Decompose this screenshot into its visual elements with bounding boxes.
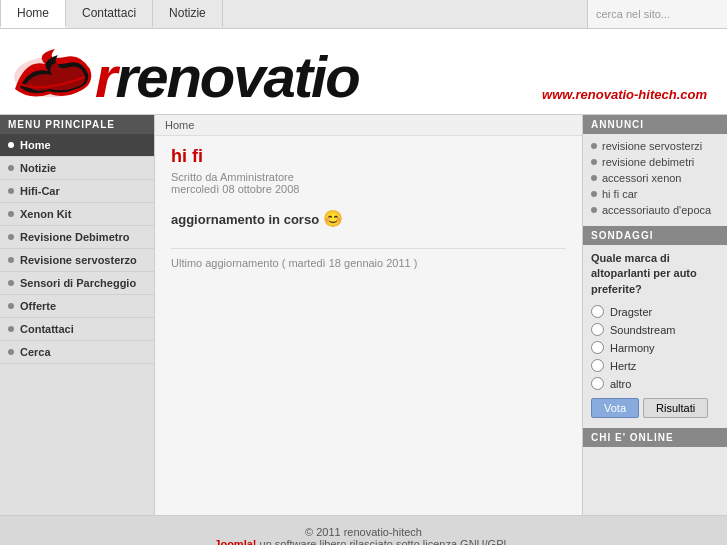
annunci-dot-1 xyxy=(591,159,597,165)
sondaggi-section: Quale marca di altoparlanti per auto pre… xyxy=(583,245,727,424)
sidebar-label-sensori-parcheggio: Sensori di Parcheggio xyxy=(20,277,136,289)
annunci-header: ANNUNCI xyxy=(583,115,727,134)
logo-main-text: renovatio xyxy=(116,44,359,109)
breadcrumb: Home xyxy=(155,115,582,136)
annunci-text-4: accessoriauto d'epoca xyxy=(602,204,711,216)
sidebar-label-cerca: Cerca xyxy=(20,346,51,358)
sidebar-dot-sensori-parcheggio xyxy=(8,280,14,286)
sondaggi-option-soundstream[interactable]: Soundstream xyxy=(591,323,719,336)
header: rrenovatio www.renovatio-hitech.com xyxy=(0,29,727,115)
article-meta: Scritto da Amministratore mercoledì 08 o… xyxy=(171,171,566,195)
sidebar-label-xenon-kit: Xenon Kit xyxy=(20,208,71,220)
footer: © 2011 renovatio-hitech Joomla! un softw… xyxy=(0,515,727,545)
logo-text: rrenovatio xyxy=(95,48,359,106)
footer-copyright: © 2011 renovatio-hitech xyxy=(0,526,727,538)
sondaggi-label-dragster: Dragster xyxy=(610,306,652,318)
annunci-dot-0 xyxy=(591,143,597,149)
sidebar-dot-xenon-kit xyxy=(8,211,14,217)
footer-joomla-suffix: un software libero rilasciato sotto lice… xyxy=(257,538,513,545)
sondaggi-label-altro: altro xyxy=(610,378,631,390)
annunci-item-4[interactable]: accessoriauto d'epoca xyxy=(591,204,719,216)
vote-buttons: Vota Risultati xyxy=(591,398,719,418)
sidebar-dot-hifi-car xyxy=(8,188,14,194)
sidebar-dot-offerte xyxy=(8,303,14,309)
sidebar-dot-notizie xyxy=(8,165,14,171)
sidebar-label-offerte: Offerte xyxy=(20,300,56,312)
article-title: hi fi xyxy=(171,146,566,167)
annunci-dot-4 xyxy=(591,207,597,213)
article-meta-author: Scritto da Amministratore xyxy=(171,171,566,183)
joomla-link[interactable]: Joomla! xyxy=(214,538,256,545)
logo-text-area: rrenovatio xyxy=(95,48,359,106)
logo-url-area: www.renovatio-hitech.com xyxy=(542,85,707,114)
radio-dragster[interactable] xyxy=(591,305,604,318)
sidebar-label-notizie: Notizie xyxy=(20,162,56,174)
annunci-text-1: revisione debimetri xyxy=(602,156,694,168)
sidebar-dot-contattaci xyxy=(8,326,14,332)
annunci-item-1[interactable]: revisione debimetri xyxy=(591,156,719,168)
sidebar-item-sensori-parcheggio[interactable]: Sensori di Parcheggio xyxy=(0,272,154,295)
sidebar-label-hifi-car: Hifi-Car xyxy=(20,185,60,197)
sidebar: MENU PRINCIPALE Home Notizie Hifi-Car Xe… xyxy=(0,115,155,515)
vote-button[interactable]: Vota xyxy=(591,398,639,418)
radio-harmony[interactable] xyxy=(591,341,604,354)
nav-tab-notizie[interactable]: Notizie xyxy=(153,0,223,28)
logo-url: www.renovatio-hitech.com xyxy=(542,87,707,102)
sidebar-item-hifi-car[interactable]: Hifi-Car xyxy=(0,180,154,203)
annunci-item-3[interactable]: hi fi car xyxy=(591,188,719,200)
radio-hertz[interactable] xyxy=(591,359,604,372)
sidebar-item-home[interactable]: Home xyxy=(0,134,154,157)
sidebar-label-revisione-debimetro: Revisione Debimetro xyxy=(20,231,129,243)
sidebar-item-notizie[interactable]: Notizie xyxy=(0,157,154,180)
last-update: Ultimo aggiornamento ( martedì 18 gennai… xyxy=(171,248,566,269)
right-sidebar: ANNUNCI revisione servosterzi revisione … xyxy=(582,115,727,515)
sondaggi-header: SONDAGGI xyxy=(583,226,727,245)
results-button[interactable]: Risultati xyxy=(643,398,708,418)
sidebar-dot-revisione-debimetro xyxy=(8,234,14,240)
sondaggi-label-hertz: Hertz xyxy=(610,360,636,372)
sidebar-item-offerte[interactable]: Offerte xyxy=(0,295,154,318)
article-body: aggiornamento in corso 😊 xyxy=(171,209,566,228)
nav-tab-home[interactable]: Home xyxy=(0,0,66,28)
radio-soundstream[interactable] xyxy=(591,323,604,336)
nav-tab-contattaci[interactable]: Contattaci xyxy=(66,0,153,28)
sidebar-dot-cerca xyxy=(8,349,14,355)
sondaggi-option-altro[interactable]: altro xyxy=(591,377,719,390)
sidebar-item-cerca[interactable]: Cerca xyxy=(0,341,154,364)
sidebar-label-revisione-servosterzo: Revisione servosterzo xyxy=(20,254,137,266)
sondaggi-option-hertz[interactable]: Hertz xyxy=(591,359,719,372)
main-layout: MENU PRINCIPALE Home Notizie Hifi-Car Xe… xyxy=(0,115,727,515)
sondaggi-label-harmony: Harmony xyxy=(610,342,655,354)
sondaggi-option-harmony[interactable]: Harmony xyxy=(591,341,719,354)
radio-altro[interactable] xyxy=(591,377,604,390)
sidebar-header: MENU PRINCIPALE xyxy=(0,115,154,134)
annunci-item-2[interactable]: accessori xenon xyxy=(591,172,719,184)
chi-e-online-header: CHI E' ONLINE xyxy=(583,428,727,447)
article-body-text: aggiornamento in corso xyxy=(171,212,319,227)
search-placeholder: cerca nel sito... xyxy=(596,8,670,20)
annunci-dot-3 xyxy=(591,191,597,197)
sidebar-item-xenon-kit[interactable]: Xenon Kit xyxy=(0,203,154,226)
annunci-text-2: accessori xenon xyxy=(602,172,682,184)
search-bar[interactable]: cerca nel sito... xyxy=(587,0,727,28)
sondaggi-label-soundstream: Soundstream xyxy=(610,324,675,336)
sidebar-dot-revisione-servosterzo xyxy=(8,257,14,263)
annunci-text-3: hi fi car xyxy=(602,188,637,200)
sidebar-item-contattaci[interactable]: Contattaci xyxy=(0,318,154,341)
sidebar-dot-home xyxy=(8,142,14,148)
top-navigation: Home Contattaci Notizie cerca nel sito..… xyxy=(0,0,727,29)
sidebar-label-contattaci: Contattaci xyxy=(20,323,74,335)
logo-wrapper: rrenovatio xyxy=(10,39,359,114)
article: hi fi Scritto da Amministratore mercoled… xyxy=(155,136,582,279)
sondaggi-option-dragster[interactable]: Dragster xyxy=(591,305,719,318)
article-meta-date: mercoledì 08 ottobre 2008 xyxy=(171,183,566,195)
annunci-dot-2 xyxy=(591,175,597,181)
sidebar-item-revisione-debimetro[interactable]: Revisione Debimetro xyxy=(0,226,154,249)
footer-joomla: Joomla! un software libero rilasciato so… xyxy=(0,538,727,545)
flame-icon xyxy=(10,39,95,114)
annunci-text-0: revisione servosterzi xyxy=(602,140,702,152)
annunci-item-0[interactable]: revisione servosterzi xyxy=(591,140,719,152)
content-area: Home hi fi Scritto da Amministratore mer… xyxy=(155,115,582,515)
annunci-list: revisione servosterzi revisione debimetr… xyxy=(583,134,727,226)
sidebar-item-revisione-servosterzo[interactable]: Revisione servosterzo xyxy=(0,249,154,272)
